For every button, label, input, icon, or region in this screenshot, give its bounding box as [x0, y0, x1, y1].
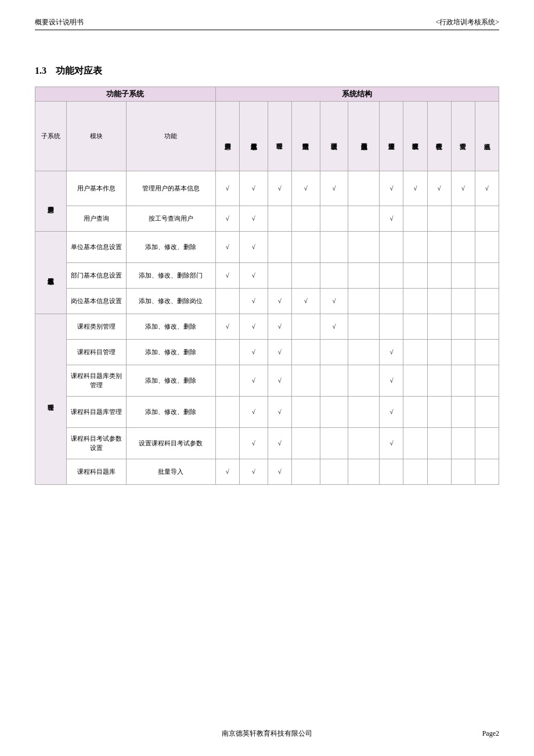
function-cell: 管理用户的基本信息 — [126, 171, 215, 206]
check-cell — [427, 397, 451, 428]
table-row: 课程科目题库 批量导入 √ √ √ — [35, 459, 499, 485]
check-cell — [475, 314, 499, 340]
check-cell — [291, 232, 320, 263]
module-cell: 课程科目题库 — [66, 459, 126, 485]
col-header-sys7: 上传资源管理 — [380, 102, 403, 171]
check-cell: √ — [291, 289, 320, 314]
function-cell: 添加、修改、删除 — [126, 397, 215, 428]
check-cell — [451, 428, 475, 459]
col-header-sys8: 在线资源管理 — [403, 102, 427, 171]
page-header: 概要设计说明书 <行政培训考核系统> — [35, 17, 499, 30]
col-header-sys4: 指定测试管理 — [291, 102, 320, 171]
col-header-sys3: 课程管理 — [268, 102, 291, 171]
table-row: 用户查询 按工号查询用户 √ √ √ — [35, 206, 499, 232]
check-cell: √ — [475, 171, 499, 206]
col-header-sys10: 文章管理 — [451, 102, 475, 171]
check-cell: √ — [239, 365, 268, 397]
module-cell: 单位基本信息设置 — [66, 232, 126, 263]
check-cell — [291, 428, 320, 459]
col-header-sys6: 人员线下培训信息批量导入 — [348, 102, 380, 171]
check-cell — [348, 206, 380, 232]
check-cell — [403, 397, 427, 428]
subsystem-cell-3: 课程管理 — [35, 314, 67, 485]
check-cell — [451, 340, 475, 365]
table-row: 课程管理 课程类别管理 添加、修改、删除 √ √ √ √ — [35, 314, 499, 340]
check-cell: √ — [239, 289, 268, 314]
group2-header: 系统结构 — [215, 87, 499, 102]
check-cell — [475, 232, 499, 263]
check-cell — [291, 365, 320, 397]
module-cell: 用户查询 — [66, 206, 126, 232]
footer-company: 南京德英轩教育科技有限公司 — [0, 729, 534, 739]
check-cell — [403, 289, 427, 314]
check-cell: √ — [320, 314, 348, 340]
check-cell — [451, 206, 475, 232]
check-cell — [403, 365, 427, 397]
function-cell: 设置课程科目考试参数 — [126, 428, 215, 459]
check-cell — [320, 340, 348, 365]
check-cell — [427, 289, 451, 314]
check-cell: √ — [380, 340, 403, 365]
check-cell: √ — [380, 206, 403, 232]
check-cell — [291, 397, 320, 428]
col-header-sys5: 线下培训管理 — [320, 102, 348, 171]
check-cell — [348, 289, 380, 314]
module-cell: 课程科目管理 — [66, 340, 126, 365]
subsystem-cell-2: 系统基本信息设置 — [35, 232, 67, 314]
table-row: 系统基本信息设置 单位基本信息设置 添加、修改、删除 √ √ — [35, 232, 499, 263]
module-cell: 岗位基本信息设置 — [66, 289, 126, 314]
check-cell: √ — [380, 397, 403, 428]
check-cell: √ — [320, 171, 348, 206]
col-header-function: 功能 — [126, 102, 215, 171]
module-cell: 课程类别管理 — [66, 314, 126, 340]
check-cell — [320, 263, 348, 289]
check-cell: √ — [268, 340, 291, 365]
check-cell — [320, 365, 348, 397]
module-cell: 用户基本作息 — [66, 171, 126, 206]
table-row: 课程科目管理 添加、修改、删除 √ √ √ — [35, 340, 499, 365]
check-cell — [320, 459, 348, 485]
check-cell: √ — [380, 365, 403, 397]
check-cell — [380, 289, 403, 314]
check-cell — [403, 263, 427, 289]
col-header-sys1: 用户信息管理 — [215, 102, 239, 171]
check-cell — [403, 206, 427, 232]
check-cell — [475, 459, 499, 485]
col-header-sys11: 退出系统 — [475, 102, 499, 171]
check-cell: √ — [215, 459, 239, 485]
section-title: 1.3 功能对应表 — [35, 65, 499, 77]
check-cell — [348, 397, 380, 428]
check-cell — [348, 365, 380, 397]
check-cell: √ — [268, 365, 291, 397]
table-row: 用户信息管理 用户基本作息 管理用户的基本信息 √ √ √ √ √ √ √ √ … — [35, 171, 499, 206]
check-cell — [348, 340, 380, 365]
check-cell — [268, 263, 291, 289]
page-footer: 南京德英轩教育科技有限公司 Page2 — [0, 729, 534, 739]
check-cell — [475, 428, 499, 459]
check-cell — [291, 263, 320, 289]
check-cell — [427, 428, 451, 459]
table-row: 岗位基本信息设置 添加、修改、删除岗位 √ √ √ √ — [35, 289, 499, 314]
check-cell — [348, 263, 380, 289]
module-cell: 课程科目考试参数设置 — [66, 428, 126, 459]
col-header-module: 模块 — [66, 102, 126, 171]
check-cell — [475, 289, 499, 314]
check-cell — [451, 365, 475, 397]
check-cell — [403, 232, 427, 263]
check-cell: √ — [380, 171, 403, 206]
function-table: 功能子系统 系统结构 子系统 模块 功能 用户信息管理 系统基本信息设置 — [35, 87, 499, 485]
col-header-sys2: 系统基本信息设置 — [239, 102, 268, 171]
check-cell — [291, 340, 320, 365]
check-cell — [475, 206, 499, 232]
check-cell — [403, 314, 427, 340]
check-cell — [291, 206, 320, 232]
check-cell — [451, 232, 475, 263]
check-cell — [348, 314, 380, 340]
check-cell — [475, 397, 499, 428]
check-cell: √ — [239, 232, 268, 263]
check-cell — [475, 365, 499, 397]
check-cell: √ — [239, 206, 268, 232]
check-cell: √ — [268, 314, 291, 340]
footer-page: Page2 — [482, 729, 499, 738]
check-cell — [427, 206, 451, 232]
